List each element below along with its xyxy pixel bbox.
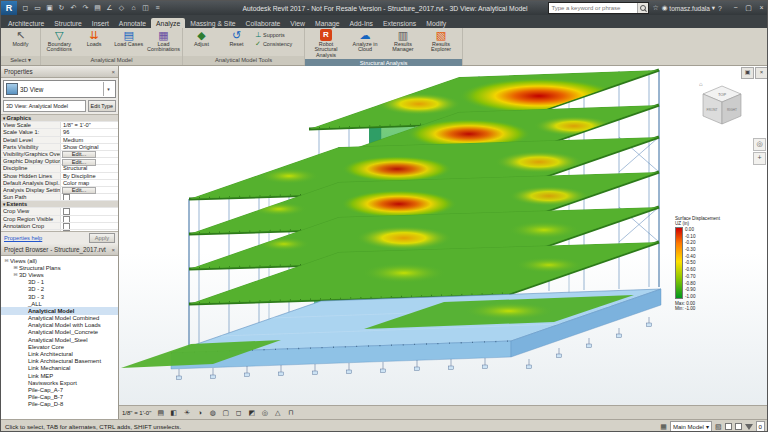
- ribbon-tab[interactable]: Insert: [87, 18, 114, 28]
- browser-tree-item[interactable]: Pile-Cap_B-7: [1, 394, 118, 401]
- minimize-button[interactable]: −: [729, 2, 742, 14]
- steering-wheel-icon[interactable]: ◎: [753, 138, 766, 151]
- property-row[interactable]: Analysis Display Settin... Edit...: [1, 187, 118, 194]
- ribbon-tab[interactable]: Massing & Site: [185, 18, 240, 28]
- instance-selector[interactable]: 3D View: Analytical Model: [3, 100, 86, 112]
- ribbon-tab[interactable]: Annotate: [114, 18, 151, 28]
- render-icon[interactable]: ◍: [207, 407, 218, 418]
- type-selector[interactable]: 3D View ▾: [3, 80, 116, 98]
- ribbon-tab[interactable]: Collaborate: [241, 18, 286, 28]
- help-icon[interactable]: ?: [718, 5, 722, 12]
- browser-tree-item[interactable]: Pile-Cap_D-8: [1, 401, 118, 408]
- browser-tree-item[interactable]: 3D - 1: [1, 279, 118, 286]
- exclude-options-checkbox[interactable]: [725, 423, 732, 430]
- open-file-icon[interactable]: ▭: [32, 4, 43, 12]
- browser-tree-item[interactable]: Analytical Model_Concrete: [1, 329, 118, 336]
- property-row[interactable]: Visibility/Graphics Over... Edit...: [1, 151, 118, 158]
- browser-tree-item[interactable]: _ALL: [1, 300, 118, 307]
- boundary-conditions-button[interactable]: ▽ Boundary Conditions: [43, 29, 76, 53]
- section-icon[interactable]: ◫: [140, 4, 151, 12]
- browser-tree-item[interactable]: Navisworks Export: [1, 379, 118, 386]
- close-icon[interactable]: ×: [111, 69, 115, 75]
- property-row[interactable]: Detail Level Medium: [1, 137, 118, 144]
- worksets-icon[interactable]: ▦: [660, 423, 667, 431]
- adjust-button[interactable]: ◆ Adjust: [185, 29, 218, 47]
- viewcube[interactable]: ⌂ TOP FRONT RIGHT: [695, 78, 749, 132]
- load-combinations-button[interactable]: ▦ Load Combinations: [147, 29, 180, 53]
- supports-button[interactable]: ⊥ Supports: [255, 31, 292, 38]
- sun-path-icon[interactable]: ☀: [181, 407, 192, 418]
- property-row[interactable]: Parts Visibility Show Original: [1, 144, 118, 151]
- browser-tree-item[interactable]: Analytical Model_Steel: [1, 336, 118, 343]
- visual-style-icon[interactable]: ◧: [168, 407, 179, 418]
- property-row[interactable]: Scale Value 1: 96: [1, 129, 118, 136]
- close-icon[interactable]: ×: [111, 247, 115, 253]
- properties-help-link[interactable]: Properties help: [4, 235, 42, 241]
- property-row[interactable]: Discipline Structural: [1, 165, 118, 172]
- pan-icon[interactable]: +: [753, 152, 766, 165]
- browser-tree-item[interactable]: ⊟ 3D Views: [1, 271, 118, 278]
- tree-expander-icon[interactable]: ⊟: [3, 258, 10, 263]
- browser-tree-item[interactable]: 3D - 2: [1, 286, 118, 293]
- ribbon-tab[interactable]: Architecture: [3, 18, 49, 28]
- ribbon-tab[interactable]: Manage: [310, 18, 345, 28]
- viewcube-home-icon[interactable]: ⌂: [699, 81, 703, 87]
- viewcube-right-label[interactable]: RIGHT: [727, 108, 737, 112]
- analytical-model-toggle-icon[interactable]: △: [272, 407, 283, 418]
- results-explorer-button[interactable]: ▧ Results Explorer: [423, 29, 459, 53]
- close-view-icon[interactable]: ×: [755, 67, 768, 79]
- temporary-hide-isolate-icon[interactable]: ◩: [246, 407, 257, 418]
- ribbon-tab[interactable]: Add-Ins: [345, 18, 378, 28]
- shadows-icon[interactable]: ◑: [194, 407, 205, 418]
- results-legend[interactable]: Surface Displacement UZ (in) 0.00-0.10-0…: [675, 216, 721, 311]
- favorites-star-icon[interactable]: ☆: [652, 4, 658, 12]
- detail-level-icon[interactable]: ▤: [155, 407, 166, 418]
- browser-tree-item[interactable]: ⊞ Structural Plans: [1, 264, 118, 271]
- browser-tree-item[interactable]: Elevator Core: [1, 343, 118, 350]
- browser-tree-item[interactable]: Analytical Model Combined: [1, 315, 118, 322]
- sync-icon[interactable]: ↻: [56, 4, 67, 12]
- design-options-icon[interactable]: ▧: [715, 423, 722, 431]
- ribbon-tab[interactable]: Extensions: [378, 18, 421, 28]
- panel-label-select[interactable]: Select ▾: [1, 56, 40, 65]
- 3d-analytical-model[interactable]: [119, 66, 768, 405]
- redo-icon[interactable]: ↷: [80, 4, 91, 12]
- property-row[interactable]: Sun Path: [1, 194, 118, 201]
- browser-tree-item[interactable]: Link Architectural: [1, 350, 118, 357]
- save-icon[interactable]: ▣: [44, 4, 55, 12]
- reveal-hidden-elements-icon[interactable]: ◎: [259, 407, 270, 418]
- design-option-select[interactable]: Main Model ▾: [670, 421, 712, 432]
- browser-tree-item[interactable]: 3D - 3: [1, 293, 118, 300]
- browser-tree-item[interactable]: Link Architectural Basement: [1, 358, 118, 365]
- press-drag-checkbox[interactable]: [735, 423, 742, 430]
- ribbon-tab[interactable]: View: [285, 18, 310, 28]
- consistency-button[interactable]: ✓ Consistency: [255, 40, 292, 47]
- property-row[interactable]: View Scale 1/8" = 1'-0": [1, 122, 118, 129]
- application-menu-button[interactable]: R: [1, 1, 17, 15]
- robot-structural-analysis-button[interactable]: R Robot Structural Analysis: [307, 29, 345, 58]
- edit-type-button[interactable]: Edit Type: [88, 100, 116, 112]
- default-3d-view-icon[interactable]: ⌂: [128, 4, 139, 12]
- browser-tree-item[interactable]: Link MEP: [1, 372, 118, 379]
- analyze-in-cloud-button[interactable]: ☁ Analyze in Cloud: [347, 29, 383, 53]
- panel-label-analytical-model[interactable]: Analytical Model: [41, 56, 182, 65]
- browser-tree-item[interactable]: Link Mechanical: [1, 365, 118, 372]
- new-file-icon[interactable]: ◻: [20, 4, 31, 12]
- thin-lines-icon[interactable]: ≡: [152, 4, 163, 12]
- tree-expander-icon[interactable]: ⊟: [12, 272, 19, 277]
- modify-button[interactable]: ↖ Modify: [4, 29, 37, 47]
- print-icon[interactable]: ▤: [92, 4, 103, 12]
- show-crop-region-icon[interactable]: ◻: [233, 407, 244, 418]
- ribbon-tab[interactable]: Structure: [49, 18, 87, 28]
- crop-view-icon[interactable]: ▢: [220, 407, 231, 418]
- results-manager-button[interactable]: ▥ Results Manager: [385, 29, 421, 53]
- maximize-button[interactable]: ▢: [742, 2, 755, 14]
- browser-tree-item[interactable]: Analytical Model: [1, 307, 118, 314]
- filter-icon[interactable]: [745, 424, 753, 430]
- browser-tree-item[interactable]: ⊟ Views (all): [1, 257, 118, 264]
- property-row[interactable]: Show Hidden Lines By Discipline: [1, 173, 118, 180]
- property-row[interactable]: Crop Region Visible: [1, 216, 118, 223]
- account-menu[interactable]: ◉ tomasz.fudala ▾: [662, 4, 715, 12]
- undo-icon[interactable]: ↶: [68, 4, 79, 12]
- close-button[interactable]: ×: [755, 2, 768, 14]
